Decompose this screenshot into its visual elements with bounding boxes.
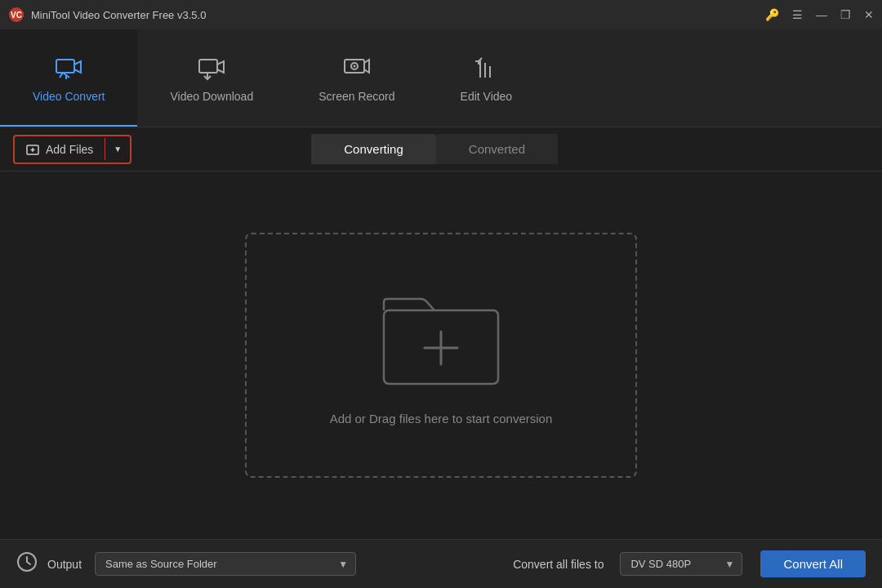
video-convert-icon [54,54,83,83]
nav-label-edit-video: Edit Video [461,90,513,103]
minimize-button[interactable]: — [816,8,827,21]
maximize-button[interactable]: ❐ [840,8,851,21]
svg-rect-3 [199,60,217,73]
convert-all-button[interactable]: Convert All [760,550,866,577]
toolbar: Add Files ▼ Converting Converted [0,127,882,172]
folder-icon [376,286,506,395]
nav-bar: Video Convert Video Download Screen Reco… [0,29,882,127]
clock-icon [16,551,38,577]
nav-item-video-convert[interactable]: Video Convert [0,29,137,127]
tab-converting[interactable]: Converting [311,134,436,164]
svg-text:VC: VC [11,11,22,20]
convert-all-to-label: Convert all files to [513,558,604,571]
add-files-label: Add Files [46,143,93,156]
drop-zone-text: Add or Drag files here to start conversi… [330,412,553,425]
output-folder-select-wrap: Same as Source Folder ▼ [95,552,356,576]
nav-item-video-download[interactable]: Video Download [137,29,286,127]
format-select-wrap: DV SD 480P ▼ [620,552,742,576]
screen-record-icon [342,54,372,83]
output-label: Output [47,558,82,571]
tabs: Converting Converted [311,134,558,164]
main-content: Add or Drag files here to start conversi… [0,172,882,539]
bottom-bar: Output Same as Source Folder ▼ Convert a… [0,539,882,588]
drop-zone[interactable]: Add or Drag files here to start conversi… [245,233,637,478]
svg-rect-2 [56,60,74,73]
tab-converted[interactable]: Converted [436,134,558,164]
add-files-button[interactable]: Add Files ▼ [13,135,131,164]
video-download-icon [197,54,226,83]
nav-label-video-convert: Video Convert [33,90,105,103]
nav-label-video-download: Video Download [170,90,253,103]
add-files-icon [26,143,39,156]
close-button[interactable]: ✕ [864,8,874,21]
app-title: MiniTool Video Converter Free v3.5.0 [31,9,206,21]
add-files-main[interactable]: Add Files [15,136,105,163]
nav-item-edit-video[interactable]: Edit Video [428,29,546,127]
key-icon[interactable]: 🔑 [765,8,779,21]
add-files-dropdown-arrow[interactable]: ▼ [105,138,130,160]
title-bar-controls: 🔑 ☰ — ❐ ✕ [765,8,874,21]
format-select[interactable]: DV SD 480P [620,552,742,576]
nav-label-screen-record: Screen Record [318,90,394,103]
app-logo-icon: VC [8,7,24,23]
title-bar-left: VC MiniTool Video Converter Free v3.5.0 [8,7,206,23]
svg-point-6 [353,65,355,67]
nav-item-screen-record[interactable]: Screen Record [286,29,427,127]
output-folder-select[interactable]: Same as Source Folder [95,552,356,576]
edit-video-icon [471,54,501,83]
title-bar: VC MiniTool Video Converter Free v3.5.0 … [0,0,882,29]
menu-icon[interactable]: ☰ [792,8,803,21]
